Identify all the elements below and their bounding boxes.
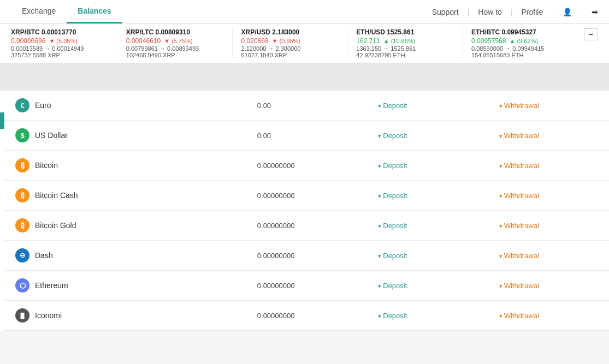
collapse-button[interactable]: − [584,28,598,40]
currency-cell: ⬡ Ethereum [15,278,235,293]
ticker-range: 1363.150 → 1525.861 [356,45,453,52]
deposit-cell[interactable]: Deposit [367,151,488,181]
currency-name: Bitcoin Gold [35,221,76,230]
spacer-bar [0,63,609,91]
balance-table: € Euro 0.00 Deposit Withdrawal [4,91,609,331]
table-row: ₿ Bitcoin 0.00000000 Deposit Withdrawal [4,151,609,181]
table-row: ▐▌ Iconomi 0.00000000 Deposit Withdrawal [4,301,609,331]
deposit-cell[interactable]: Deposit [367,91,488,121]
balance-amount: 0.00 [246,121,367,151]
deposit-link[interactable]: Deposit [378,102,407,110]
ticker-volume: 61027.1840 XRP [241,52,339,58]
currency-icon-bitcoin: ₿ [15,158,29,172]
table-row: $ US Dollar 0.00 Deposit Withdrawal [4,121,609,151]
withdrawal-cell[interactable]: Withdrawal [488,91,609,121]
balance-amount: 0.00000000 [246,241,367,271]
ticker-xrp-usd: XRP/USD 2.183000 0.020868 ▼ (0.95%) 2.12… [233,28,348,58]
withdrawal-cell[interactable]: Withdrawal [488,241,609,271]
tab-exchange[interactable]: Exchange [11,0,67,23]
currency-icon-ethereum: ⬡ [15,278,29,293]
withdrawal-link[interactable]: Withdrawal [499,252,539,260]
withdrawal-link[interactable]: Withdrawal [499,192,539,200]
ticker-range: 0.08590000 → 0.09949415 [471,45,569,52]
ticker-xrp-btc: XRP/BTC 0.00013770 0.00006696 ▼ (5.05%) … [11,28,117,58]
deposit-cell[interactable]: Deposit [367,121,488,151]
ticker-volume: 42.92238295 ETH [356,52,453,58]
withdrawal-cell[interactable]: Withdrawal [488,211,609,241]
ticker-pair-label: XRP/BTC 0.00013770 [11,28,108,36]
balance-amount: 0.00000000 [246,211,367,241]
deposit-link[interactable]: Deposit [378,192,407,200]
support-link[interactable]: Support [432,8,459,16]
deposit-cell[interactable]: Deposit [367,301,488,331]
currency-name: Dash [35,251,53,260]
withdrawal-cell[interactable]: Withdrawal [488,181,609,211]
tab-balances[interactable]: Balances [67,0,122,23]
nav-divider-1: | [468,8,470,16]
ticker-volume: 102468.0490 XRP [126,52,223,58]
currency-icon-usd: $ [15,128,29,142]
logout-icon[interactable]: ➡ [592,8,598,16]
table-row: € Euro 0.00 Deposit Withdrawal [4,91,609,121]
currency-icon-iconomi: ▐▌ [15,308,29,323]
balance-amount: 0.00000000 [246,151,367,181]
ticker-collapse-btn[interactable]: − [584,28,598,40]
deposit-link[interactable]: Deposit [378,162,407,170]
currency-cell: ₿ Bitcoin Gold [15,218,235,232]
deposit-cell[interactable]: Deposit [367,211,488,241]
table-row: ₿ Bitcoin Cash 0.00000000 Deposit Withdr… [4,181,609,211]
howto-link[interactable]: How to [478,8,502,16]
sidebar-accent [0,112,4,129]
content-area: € Euro 0.00 Deposit Withdrawal [0,91,609,331]
currency-cell: ⊖ Dash [15,248,235,262]
withdrawal-cell[interactable]: Withdrawal [488,271,609,301]
ticker-bar: XRP/BTC 0.00013770 0.00006696 ▼ (5.05%) … [0,24,609,63]
withdrawal-cell[interactable]: Withdrawal [488,151,609,181]
currency-name: Bitcoin [35,161,58,170]
deposit-link[interactable]: Deposit [378,282,407,290]
deposit-link[interactable]: Deposit [378,132,407,140]
withdrawal-link[interactable]: Withdrawal [499,222,539,230]
ticker-pair-label: XRP/LTC 0.00809310 [126,28,223,36]
ticker-xrp-ltc: XRP/LTC 0.00809310 0.00046610 ▼ (5.75%) … [117,28,233,58]
currency-name: US Dollar [35,131,68,140]
user-icon: 👤 [563,8,572,16]
withdrawal-cell[interactable]: Withdrawal [488,301,609,331]
currency-name: Iconomi [35,311,62,320]
profile-link[interactable]: Profile [522,8,543,16]
currency-icon-bitcoin-gold: ₿ [15,218,29,232]
ticker-price: 0.00046610 [126,37,161,45]
currency-icon-euro: € [15,98,29,112]
ticker-eth-btc: ETH/BTC 0.09945327 0.00957568 ▲ (9.62%) … [463,28,577,58]
nav-divider-4: · [581,8,583,16]
ticker-price: 0.00006696 [11,37,45,45]
currency-cell: ₿ Bitcoin Cash [15,188,235,202]
nav-divider-2: | [511,8,513,16]
balance-amount: 0.00000000 [246,271,367,301]
deposit-cell[interactable]: Deposit [367,181,488,211]
withdrawal-link[interactable]: Withdrawal [499,102,539,110]
balance-amount: 0.00000000 [246,301,367,331]
deposit-cell[interactable]: Deposit [367,271,488,301]
nav-divider-3: · [552,8,554,16]
balance-amount: 0.00000000 [246,181,367,211]
withdrawal-cell[interactable]: Withdrawal [488,121,609,151]
ticker-change: ▼ (5.75%) [164,38,192,44]
deposit-cell[interactable]: Deposit [367,241,488,271]
withdrawal-link[interactable]: Withdrawal [499,132,539,140]
deposit-link[interactable]: Deposit [378,312,407,320]
withdrawal-link[interactable]: Withdrawal [499,162,539,170]
ticker-pair-label: ETH/BTC 0.09945327 [471,28,569,36]
nav-tabs: Exchange Balances [11,0,122,23]
nav-right-links: Support | How to | Profile · 👤 · ➡ [432,8,598,16]
deposit-link[interactable]: Deposit [378,222,407,230]
ticker-pair-label: XRP/USD 2.183000 [241,28,339,36]
ticker-price: 0.020868 [241,37,269,45]
currency-cell: ▐▌ Iconomi [15,308,235,323]
ticker-price: 0.00957568 [471,37,506,45]
ticker-pair-label: ETH/USD 1525.861 [356,28,453,36]
withdrawal-link[interactable]: Withdrawal [499,312,539,320]
balance-content: € Euro 0.00 Deposit Withdrawal [4,91,609,331]
deposit-link[interactable]: Deposit [378,252,407,260]
withdrawal-link[interactable]: Withdrawal [499,282,539,290]
